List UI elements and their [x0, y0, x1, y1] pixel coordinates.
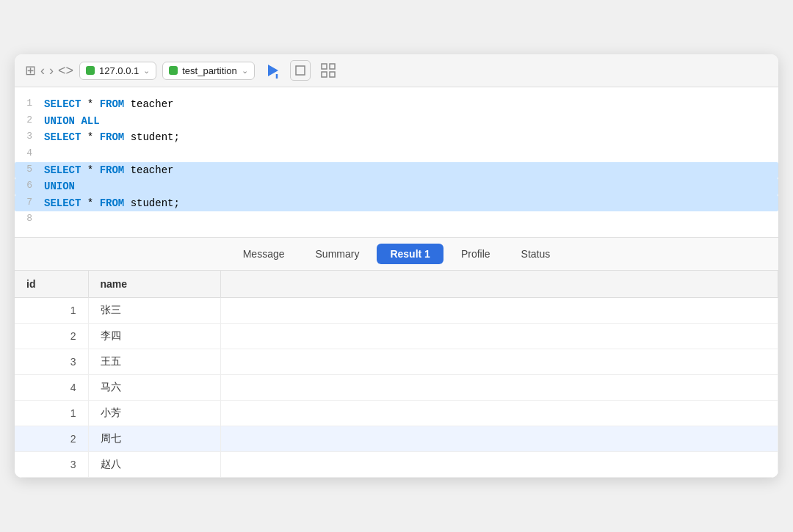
- cell-id: 3: [15, 349, 88, 374]
- line-number-3: 3: [15, 129, 44, 145]
- col-header-name: name: [88, 271, 220, 298]
- connection-selector[interactable]: 127.0.0.1 ⌄: [79, 62, 156, 80]
- cell-extra: [220, 297, 778, 323]
- cell-name: 王五: [88, 349, 220, 374]
- nav-back[interactable]: ‹: [40, 63, 45, 79]
- run-icon: [264, 62, 280, 79]
- cell-extra: [220, 451, 778, 477]
- stop-button[interactable]: [290, 60, 311, 81]
- svg-rect-3: [322, 64, 327, 69]
- table-header-row: id name: [15, 271, 778, 298]
- code-line-2: 2 UNION ALL: [15, 113, 778, 129]
- main-window: ⊞ ‹ › <> 127.0.0.1 ⌄ test_partition ⌄: [15, 54, 778, 477]
- table-row: 2 周七: [15, 426, 778, 451]
- connection-label: 127.0.0.1: [99, 65, 139, 76]
- cell-name: 李四: [88, 323, 220, 349]
- table-row: 1 小芳: [15, 400, 778, 426]
- line-content-2: UNION ALL: [44, 113, 778, 129]
- line-content-8: [44, 211, 778, 227]
- code-lines: 1 SELECT * FROM teacher 2 UNION ALL 3 SE…: [15, 87, 778, 236]
- database-status-dot: [169, 66, 178, 75]
- svg-rect-6: [330, 72, 335, 77]
- tabs-bar: Message Summary Result 1 Profile Status: [15, 238, 778, 271]
- cell-name: 赵八: [88, 451, 220, 477]
- cell-id: 2: [15, 426, 88, 451]
- chevron-down-icon: ⌄: [143, 66, 150, 76]
- tab-profile[interactable]: Profile: [448, 244, 504, 264]
- app-icon: ⊞: [25, 62, 36, 79]
- cell-id: 1: [15, 400, 88, 426]
- result-area[interactable]: id name 1 张三 2 李四 3 王五: [15, 271, 778, 478]
- line-content-3: SELECT * FROM student;: [44, 129, 778, 145]
- toolbar: ⊞ ‹ › <> 127.0.0.1 ⌄ test_partition ⌄: [15, 54, 778, 87]
- stop-icon: [295, 65, 305, 76]
- line-number-1: 1: [15, 96, 44, 112]
- cell-name: 小芳: [88, 400, 220, 426]
- cell-id: 4: [15, 374, 88, 400]
- chevron-down-icon-db: ⌄: [242, 66, 248, 76]
- cell-id: 2: [15, 323, 88, 349]
- nav-forward[interactable]: ›: [49, 63, 54, 79]
- code-icon: <>: [58, 63, 73, 79]
- cell-id: 3: [15, 451, 88, 477]
- line-content-4: [44, 146, 778, 162]
- grid-icon: [321, 63, 336, 78]
- svg-rect-2: [296, 66, 305, 75]
- code-line-1: 1 SELECT * FROM teacher: [15, 96, 778, 112]
- tab-summary[interactable]: Summary: [303, 244, 373, 264]
- line-content-1: SELECT * FROM teacher: [44, 96, 778, 112]
- tab-result1[interactable]: Result 1: [377, 244, 443, 264]
- toolbar-icons: ⊞ ‹ › <>: [25, 62, 73, 79]
- line-number-2: 2: [15, 113, 44, 128]
- tab-status[interactable]: Status: [508, 244, 564, 264]
- svg-rect-4: [330, 64, 335, 69]
- code-line-8: 8: [15, 211, 778, 227]
- code-line-5: 5 SELECT * FROM teacher: [15, 162, 778, 178]
- tab-message[interactable]: Message: [230, 244, 298, 264]
- cell-name: 张三: [88, 297, 220, 323]
- code-line-7: 7 SELECT * FROM student;: [15, 195, 778, 211]
- line-content-7: SELECT * FROM student;: [44, 195, 778, 211]
- cell-name: 马六: [88, 374, 220, 400]
- line-content-6: UNION: [44, 178, 778, 194]
- database-label: test_partition: [182, 65, 236, 76]
- run-button[interactable]: [261, 60, 284, 81]
- code-line-6: 6 UNION: [15, 178, 778, 194]
- line-number-5: 5: [15, 162, 44, 178]
- cell-name: 周七: [88, 426, 220, 451]
- code-line-4: 4: [15, 146, 778, 162]
- table-row: 3 赵八: [15, 451, 778, 477]
- table-row: 2 李四: [15, 323, 778, 349]
- cell-id: 1: [15, 297, 88, 323]
- line-number-6: 6: [15, 178, 44, 194]
- result-table: id name 1 张三 2 李四 3 王五: [15, 271, 778, 478]
- table-row: 4 马六: [15, 374, 778, 400]
- database-selector[interactable]: test_partition ⌄: [162, 62, 254, 80]
- cell-extra: [220, 400, 778, 426]
- grid-button[interactable]: [316, 60, 340, 81]
- code-editor[interactable]: 1 SELECT * FROM teacher 2 UNION ALL 3 SE…: [15, 87, 778, 237]
- line-number-4: 4: [15, 146, 44, 161]
- code-line-3: 3 SELECT * FROM student;: [15, 129, 778, 145]
- line-number-7: 7: [15, 195, 44, 211]
- cell-extra: [220, 323, 778, 349]
- col-header-id: id: [15, 271, 88, 298]
- cell-extra: [220, 374, 778, 400]
- cell-extra: [220, 349, 778, 374]
- line-content-5: SELECT * FROM teacher: [44, 162, 778, 178]
- table-row: 3 王五: [15, 349, 778, 374]
- cell-extra: [220, 426, 778, 451]
- connection-status-dot: [86, 66, 95, 75]
- table-row: 1 张三: [15, 297, 778, 323]
- line-number-8: 8: [15, 211, 44, 227]
- col-header-empty: [220, 271, 778, 298]
- svg-rect-5: [322, 72, 327, 77]
